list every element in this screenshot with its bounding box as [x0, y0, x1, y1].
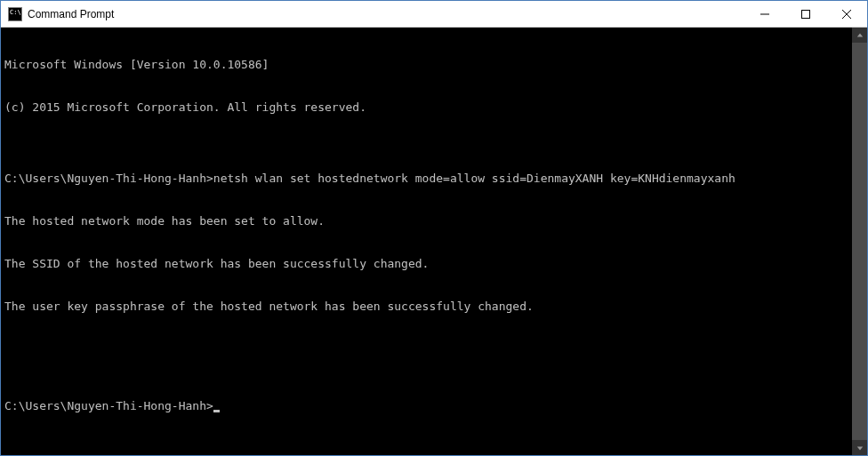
- window-title: Command Prompt: [28, 8, 744, 20]
- cursor: [213, 410, 220, 412]
- terminal-prompt: C:\Users\Nguyen-Thi-Hong-Hanh>: [4, 399, 213, 412]
- maximize-button[interactable]: [785, 1, 826, 27]
- vertical-scrollbar[interactable]: [852, 28, 867, 455]
- terminal-line: The hosted network mode has been set to …: [4, 214, 852, 228]
- titlebar[interactable]: Command Prompt: [1, 1, 867, 28]
- terminal-prompt-line: C:\Users\Nguyen-Thi-Hong-Hanh>: [4, 399, 852, 413]
- svg-rect-1: [802, 10, 810, 18]
- command-prompt-window: Command Prompt Microsoft Windows [Versio…: [0, 0, 868, 456]
- scroll-thumb[interactable]: [852, 43, 867, 440]
- scroll-up-button[interactable]: [852, 28, 867, 43]
- scroll-track[interactable]: [852, 43, 867, 440]
- terminal-area: Microsoft Windows [Version 10.0.10586] (…: [1, 28, 867, 455]
- terminal-line: The user key passphrase of the hosted ne…: [4, 300, 852, 314]
- terminal-line: (c) 2015 Microsoft Corporation. All righ…: [4, 100, 852, 115]
- close-button[interactable]: [826, 1, 867, 27]
- minimize-button[interactable]: [744, 1, 785, 27]
- window-controls: [744, 1, 867, 27]
- terminal-line: Microsoft Windows [Version 10.0.10586]: [4, 58, 852, 72]
- cmd-icon: [8, 7, 22, 21]
- scroll-down-button[interactable]: [852, 440, 867, 455]
- terminal-output[interactable]: Microsoft Windows [Version 10.0.10586] (…: [1, 28, 852, 455]
- terminal-line: The SSID of the hosted network has been …: [4, 257, 852, 271]
- terminal-line: C:\Users\Nguyen-Thi-Hong-Hanh>netsh wlan…: [4, 172, 852, 186]
